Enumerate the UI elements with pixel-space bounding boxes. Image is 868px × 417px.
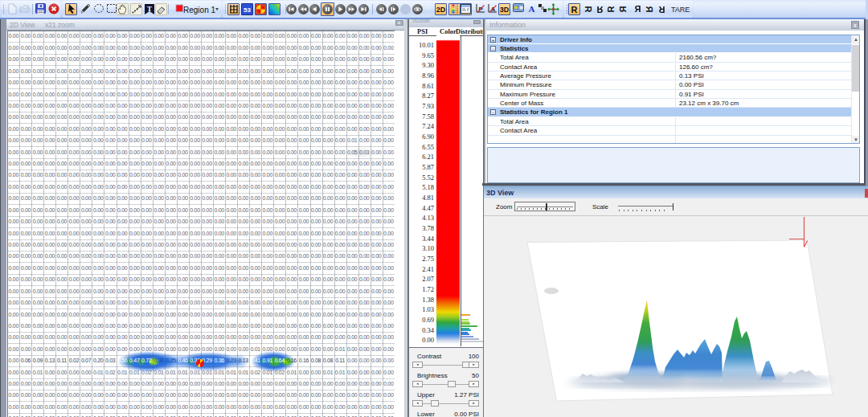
svg-text:T: T	[146, 5, 151, 13]
